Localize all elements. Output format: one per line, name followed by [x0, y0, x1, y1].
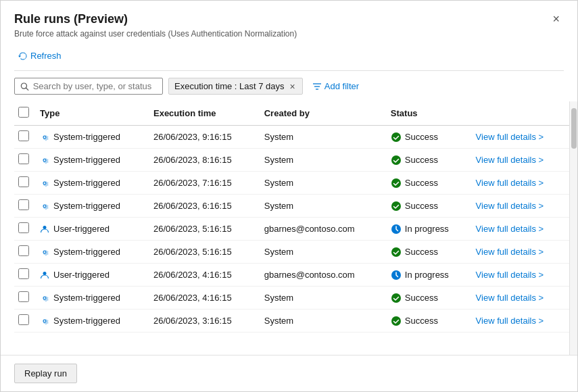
scrollbar-thumb[interactable] [571, 108, 577, 149]
scrollbar[interactable] [569, 101, 577, 355]
row-checkbox[interactable] [18, 245, 29, 256]
gear-icon [40, 316, 49, 326]
col-execution-time: Execution time [149, 101, 260, 126]
success-icon [391, 132, 402, 143]
chip-close-button[interactable]: × [289, 82, 297, 91]
dialog-header: Rule runs (Preview) × Brute force attack… [1, 1, 577, 41]
view-full-details-link[interactable]: View full details > [476, 247, 544, 257]
svg-point-14 [391, 293, 401, 303]
created-by: gbarnes@contoso.com [260, 218, 387, 241]
col-type: Type [36, 101, 149, 126]
filter-bar: Execution time : Last 7 days × Add filte… [1, 71, 577, 101]
table-row: User-triggered26/06/2023, 4:16:15gbarnes… [14, 264, 569, 287]
success-icon [391, 293, 402, 303]
svg-point-8 [391, 201, 401, 211]
success-icon [391, 178, 402, 189]
row-checkbox[interactable] [18, 291, 29, 302]
toolbar: Refresh [1, 41, 577, 70]
refresh-icon [18, 51, 28, 61]
user-icon [40, 224, 49, 234]
view-full-details-link[interactable]: View full details > [476, 155, 544, 165]
user-icon [40, 270, 49, 280]
view-full-details-link[interactable]: View full details > [476, 224, 544, 234]
table-row: System-triggered26/06/2023, 5:16:15Syste… [14, 241, 569, 264]
search-input[interactable] [33, 81, 157, 91]
status-label: Success [405, 316, 438, 326]
svg-point-11 [391, 247, 401, 257]
svg-point-9 [43, 226, 47, 229]
gear-icon [40, 201, 49, 211]
execution-time: 26/06/2023, 8:16:15 [149, 149, 260, 172]
row-checkbox[interactable] [18, 268, 29, 279]
table-row: User-triggered26/06/2023, 5:16:15gbarnes… [14, 218, 569, 241]
created-by: System [260, 126, 387, 149]
type-label: System-triggered [53, 247, 120, 257]
view-full-details-link[interactable]: View full details > [476, 270, 544, 280]
row-checkbox[interactable] [18, 176, 29, 187]
add-filter-button[interactable]: Add filter [308, 78, 363, 94]
col-checkbox [14, 101, 36, 126]
refresh-label: Refresh [30, 51, 62, 61]
select-all-checkbox[interactable] [18, 107, 29, 118]
success-icon [391, 316, 402, 326]
execution-time: 26/06/2023, 3:16:15 [149, 310, 260, 333]
add-filter-label: Add filter [324, 81, 359, 91]
type-label: User-triggered [53, 270, 110, 280]
created-by: System [260, 287, 387, 310]
close-button[interactable]: × [548, 11, 564, 26]
view-full-details-link[interactable]: View full details > [476, 201, 544, 211]
dialog-title-row: Rule runs (Preview) × [14, 11, 564, 26]
inprogress-icon [391, 224, 402, 235]
gear-icon [40, 155, 49, 165]
status-label: Success [405, 155, 438, 165]
execution-time: 26/06/2023, 5:16:15 [149, 241, 260, 264]
table-row: System-triggered26/06/2023, 8:16:15Syste… [14, 149, 569, 172]
row-checkbox[interactable] [18, 153, 29, 164]
type-label: System-triggered [53, 293, 120, 303]
col-status: Status [387, 101, 472, 126]
created-by: System [260, 310, 387, 333]
row-checkbox[interactable] [18, 222, 29, 233]
execution-time: 26/06/2023, 9:16:15 [149, 126, 260, 149]
view-full-details-link[interactable]: View full details > [476, 178, 544, 188]
table-row: System-triggered26/06/2023, 9:16:15Syste… [14, 126, 569, 149]
search-icon [20, 82, 29, 91]
replay-run-button[interactable]: Replay run [14, 364, 77, 383]
svg-point-7 [391, 178, 401, 188]
dialog-title-text: Rule runs (Preview) [14, 12, 128, 26]
table-area: Type Execution time Created by Status Sy… [14, 101, 569, 355]
table-row: System-triggered26/06/2023, 3:16:15Syste… [14, 310, 569, 333]
refresh-button[interactable]: Refresh [14, 48, 66, 64]
dialog-subtitle: Brute force attack against user credenti… [14, 29, 564, 39]
type-label: System-triggered [53, 132, 120, 142]
type-label: System-triggered [53, 316, 120, 326]
row-checkbox[interactable] [18, 130, 29, 141]
status-label: Success [405, 178, 438, 188]
execution-time: 26/06/2023, 5:16:15 [149, 218, 260, 241]
svg-point-6 [391, 155, 401, 165]
created-by: System [260, 149, 387, 172]
gear-icon [40, 178, 49, 188]
success-icon [391, 155, 402, 166]
inprogress-icon [391, 270, 402, 280]
svg-point-15 [391, 316, 401, 326]
svg-line-1 [26, 88, 28, 90]
view-full-details-link[interactable]: View full details > [476, 132, 544, 142]
success-icon [391, 247, 402, 258]
search-box[interactable] [14, 78, 163, 95]
created-by: gbarnes@contoso.com [260, 264, 387, 287]
execution-time: 26/06/2023, 4:16:15 [149, 287, 260, 310]
type-label: User-triggered [53, 224, 110, 234]
gear-icon [40, 132, 49, 142]
row-checkbox[interactable] [18, 199, 29, 210]
col-actions [472, 101, 569, 126]
svg-point-5 [391, 132, 401, 142]
view-full-details-link[interactable]: View full details > [476, 293, 544, 303]
status-label: Success [405, 201, 438, 211]
type-label: System-triggered [53, 155, 120, 165]
view-full-details-link[interactable]: View full details > [476, 316, 544, 326]
table-row: System-triggered26/06/2023, 4:16:15Syste… [14, 287, 569, 310]
col-created-by: Created by [260, 101, 387, 126]
row-checkbox[interactable] [18, 314, 29, 325]
status-label: In progress [405, 270, 449, 280]
